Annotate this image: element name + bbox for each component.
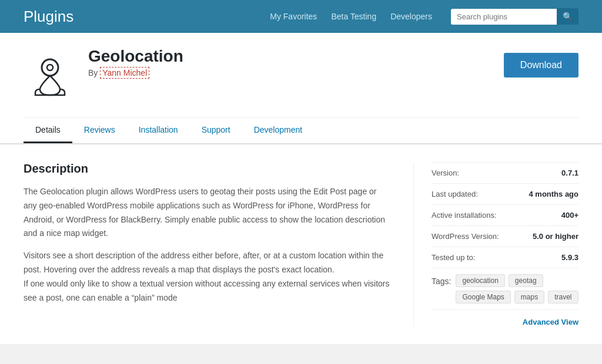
- plugin-header: Geolocation By Yann Michel Download Deta…: [0, 33, 602, 144]
- meta-last-updated: Last updated: 4 months ago: [432, 184, 578, 205]
- description-heading: Description: [24, 162, 390, 176]
- plugin-hero: Geolocation By Yann Michel Download: [24, 47, 578, 112]
- tag-travel[interactable]: travel: [548, 291, 578, 304]
- wp-version-value: 5.0 or higher: [533, 232, 578, 241]
- tested-value: 5.9.3: [561, 253, 578, 262]
- tag-google-maps[interactable]: Google Maps: [456, 291, 510, 304]
- tag-geolocation[interactable]: geolocation: [456, 274, 504, 287]
- active-installs-label: Active installations:: [432, 211, 497, 220]
- tags-container: geolocation geotag Google Maps maps trav…: [456, 274, 578, 304]
- tab-development[interactable]: Development: [242, 118, 315, 143]
- tab-details[interactable]: Details: [24, 118, 72, 143]
- meta-tested: Tested up to: 5.9.3: [432, 247, 578, 268]
- plugin-sidebar: Version: 0.7.1 Last updated: 4 months ag…: [414, 162, 578, 326]
- nav-developers[interactable]: Developers: [390, 12, 432, 21]
- tags-label: Tags:: [432, 274, 451, 286]
- tab-support[interactable]: Support: [190, 118, 242, 143]
- download-button[interactable]: Download: [504, 53, 578, 77]
- content-wrapper: Description The Geolocation plugin allow…: [0, 144, 602, 344]
- description-section: Description The Geolocation plugin allow…: [24, 162, 414, 326]
- last-updated-label: Last updated:: [432, 190, 478, 198]
- version-value: 0.7.1: [561, 168, 578, 177]
- svg-point-0: [42, 59, 58, 76]
- tag-maps[interactable]: maps: [514, 291, 544, 304]
- tag-geotag[interactable]: geotag: [509, 274, 543, 287]
- description-para-2: Visitors see a short description of the …: [24, 249, 390, 305]
- plugin-icon: [24, 47, 76, 100]
- search-input[interactable]: [451, 9, 557, 25]
- plugin-author: By Yann Michel: [88, 68, 492, 77]
- tested-label: Tested up to:: [432, 253, 475, 262]
- plugin-info: Geolocation By Yann Michel: [88, 47, 492, 77]
- wp-version-label: WordPress Version:: [432, 232, 499, 241]
- last-updated-value: 4 months ago: [529, 190, 578, 198]
- main-nav: My Favorites Beta Testing Developers: [270, 12, 432, 21]
- active-installs-value: 400+: [561, 211, 578, 220]
- version-label: Version:: [432, 168, 459, 177]
- plugin-tabs: Details Reviews Installation Support Dev…: [24, 117, 578, 143]
- author-link[interactable]: Yann Michel: [100, 67, 149, 79]
- svg-point-1: [47, 65, 53, 70]
- author-label: By: [88, 68, 98, 77]
- nav-beta-testing[interactable]: Beta Testing: [331, 12, 376, 21]
- tab-installation[interactable]: Installation: [127, 118, 190, 143]
- search-button[interactable]: 🔍: [557, 8, 578, 25]
- site-title: Plugins: [24, 8, 73, 26]
- advanced-view-section: Advanced View: [432, 310, 578, 326]
- description-para-1: The Geolocation plugin allows WordPress …: [24, 185, 390, 241]
- tab-reviews[interactable]: Reviews: [72, 118, 127, 143]
- meta-tags: Tags: geolocation geotag Google Maps map…: [432, 268, 578, 310]
- meta-version: Version: 0.7.1: [432, 162, 578, 184]
- advanced-view-link[interactable]: Advanced View: [523, 318, 578, 326]
- search-wrapper: 🔍: [451, 8, 578, 25]
- main-content: Description The Geolocation plugin allow…: [0, 144, 602, 344]
- meta-wp-version: WordPress Version: 5.0 or higher: [432, 226, 578, 247]
- nav-my-favorites[interactable]: My Favorites: [270, 12, 317, 21]
- plugin-name: Geolocation: [88, 47, 492, 66]
- header: Plugins My Favorites Beta Testing Develo…: [0, 0, 602, 33]
- meta-active-installs: Active installations: 400+: [432, 205, 578, 226]
